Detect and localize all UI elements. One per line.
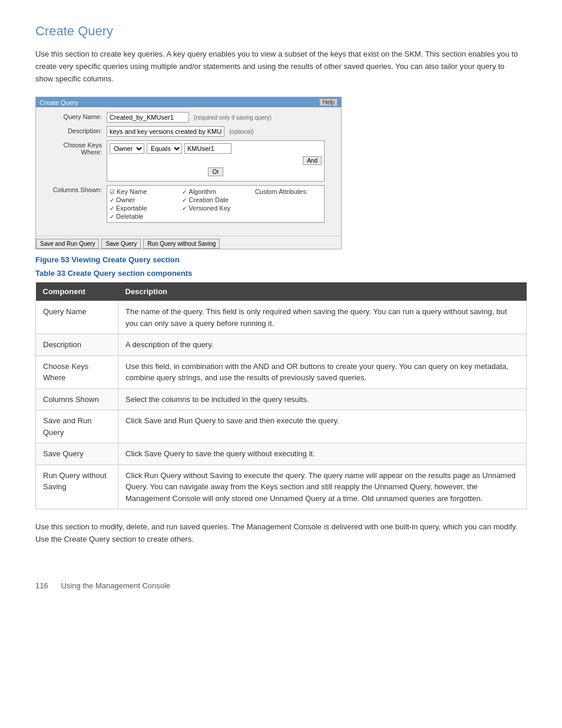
query-name-input[interactable] [107,112,189,123]
col-header-component: Component [36,282,118,301]
filter-owner-select[interactable]: Owner [110,143,144,154]
page-title: Create Query [35,24,527,39]
col-versioned-key-label: Versioned Key [189,205,230,212]
table-body: Query NameThe name of the query. This fi… [36,301,527,509]
col-empty2 [255,205,322,212]
table-cell-description: Click Save and Run Query to save and the… [118,410,527,443]
table-row: Save QueryClick Save Query to save the q… [36,443,527,465]
and-button[interactable]: And [303,156,322,165]
table-cell-description: The name of the query. This field is onl… [118,301,527,334]
col-owner: ✓ Owner [110,196,176,203]
table-cell-description: Click Run Query without Saving to execut… [118,465,527,509]
col-creation-date-label: Creation Date [189,196,229,203]
help-button[interactable]: Help [319,98,338,106]
table-row: Choose Keys WhereUse this field, in comb… [36,355,527,388]
columns-shown-label: Columns Shown: [42,185,107,193]
col-creation-date: ✓ Creation Date [182,196,249,203]
col-versioned-key: ✓ Versioned Key [182,205,249,212]
col-algorithm: ✓ Algorithm [182,188,249,195]
table-cell-component: Query Name [36,301,118,334]
columns-shown-field: ☑ Key Name ✓ Algorithm Custom Attributes… [107,185,335,223]
run-query-button[interactable]: Run Query without Saving [143,239,220,249]
filter-row: Owner Equals [110,143,322,154]
table-caption: Table 33 Create Query section components [35,269,527,278]
intro-paragraph: Use this section to create key queries. … [35,48,518,85]
table-row: Query NameThe name of the query. This fi… [36,301,527,334]
table-row: Columns ShownSelect the columns to be in… [36,388,527,410]
description-input[interactable] [107,126,224,137]
table-header: Component Description [36,282,527,301]
filter-equals-select[interactable]: Equals [147,143,182,154]
col-algorithm-label: Algorithm [189,188,216,195]
outro-paragraph: Use this section to modify, delete, and … [35,521,518,546]
choose-keys-row: Choose Keys Where: Owner Equals And [42,140,335,182]
or-button[interactable]: Or [208,167,223,176]
save-query-button[interactable]: Save Query [101,239,141,249]
col-deletable: ✓ Deletable [110,213,176,220]
choose-keys-label: Choose Keys Where: [42,140,107,156]
col-exportable: ✓ Exportable [110,205,176,212]
table-cell-description: Use this field, in combination with the … [118,355,527,388]
col-deletable-label: Deletable [116,213,143,220]
query-name-row: Query Name: (required only if saving que… [42,112,335,123]
figure-screenshot: Create Query Help Query Name: (required … [35,97,342,249]
col-header-description: Description [118,282,527,301]
columns-grid: ☑ Key Name ✓ Algorithm Custom Attributes… [110,188,322,220]
figure-caption: Figure 53 Viewing Create Query section [35,255,527,264]
description-hint: (optional) [229,129,254,135]
table-row: DescriptionA description of the query. [36,334,527,356]
figure-body: Query Name: (required only if saving que… [36,107,341,231]
figure-footer: Save and Run Query Save Query Run Query … [36,236,341,249]
col-key-name: ☑ Key Name [110,188,176,195]
table-cell-component: Description [36,334,118,356]
filter-value-input[interactable] [184,143,232,154]
table-row: Save and Run QueryClick Save and Run Que… [36,410,527,443]
figure-titlebar: Create Query Help [36,97,341,107]
col-key-name-label: Key Name [117,188,147,195]
table-cell-description: Select the columns to be included in the… [118,388,527,410]
columns-shown-row: Columns Shown: ☑ Key Name ✓ Algorithm [42,185,335,223]
query-name-hint: (required only if saving query) [194,114,272,121]
page-footer: 116 Using the Management Console [35,581,527,590]
choose-keys-field: Owner Equals And Or [107,140,335,182]
description-field: (optional) [107,126,335,137]
footer-text: Using the Management Console [61,581,170,590]
description-label: Description: [42,126,107,134]
save-run-query-button[interactable]: Save and Run Query [36,239,99,249]
description-row: Description: (optional) [42,126,335,137]
table-cell-component: Choose Keys Where [36,355,118,388]
figure-title-label: Create Query [39,99,78,106]
col-empty1 [255,196,322,203]
table-cell-component: Run Query without Saving [36,465,118,509]
table-cell-component: Save Query [36,443,118,465]
query-name-label: Query Name: [42,112,107,120]
table-row: Run Query without SavingClick Run Query … [36,465,527,509]
component-table: Component Description Query NameThe name… [35,282,527,509]
col-custom-attrs-label: Custom Attributes: [255,188,308,195]
col-custom-attrs: Custom Attributes: [255,188,322,195]
table-cell-component: Save and Run Query [36,410,118,443]
query-name-field: (required only if saving query) [107,112,335,123]
table-cell-component: Columns Shown [36,388,118,410]
table-header-row: Component Description [36,282,527,301]
col-exportable-label: Exportable [116,205,147,212]
col-owner-label: Owner [116,196,135,203]
table-cell-description: A description of the query. [118,334,527,356]
table-cell-description: Click Save Query to save the query witho… [118,443,527,465]
page-number: 116 [35,581,48,590]
